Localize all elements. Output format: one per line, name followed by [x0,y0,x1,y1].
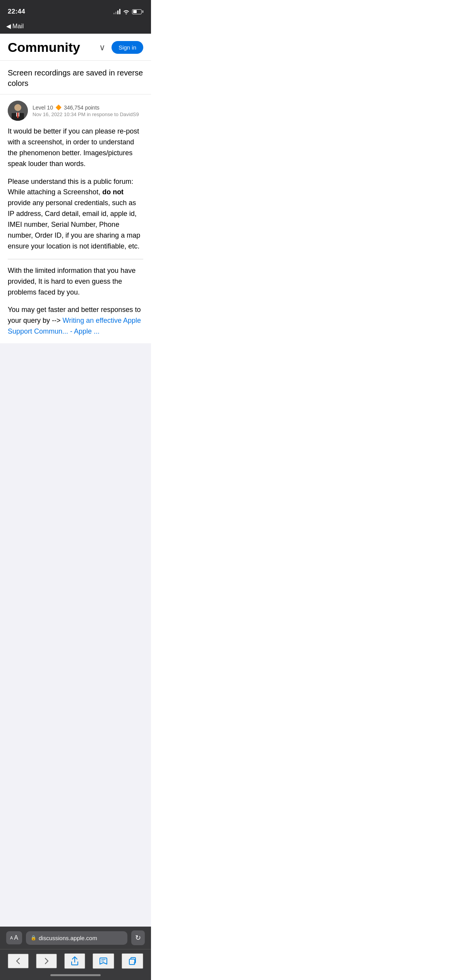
back-button[interactable] [8,954,29,968]
lock-icon: 🔒 [31,935,36,941]
paragraph-1: It would be better if you can please re-… [8,126,143,170]
thread-title: Screen recordings are saved in reverse c… [8,68,143,89]
home-bar [50,974,101,976]
status-time: 22:44 [8,8,25,15]
share-button[interactable] [64,953,85,969]
level-badge: Level 10 [33,105,53,111]
header-actions: ∨ Sign in [99,41,143,54]
level-points: Level 10 🔶 346,754 points [33,105,139,111]
chevron-down-icon[interactable]: ∨ [99,43,105,53]
battery-icon [132,9,143,14]
content-area: Screen recordings are saved in reverse c… [0,61,151,343]
post-meta: Level 10 🔶 346,754 points Nov 16, 2022 1… [33,105,139,117]
home-indicator [0,971,151,980]
url-bar[interactable]: 🔒 discussions.apple.com [26,931,127,945]
tabs-button[interactable] [122,953,143,969]
post-divider [8,259,143,259]
page-title: Community [8,40,80,55]
reload-button[interactable]: ↻ [131,930,145,945]
font-small-label: A [10,935,13,940]
back-nav: ◀ Mail [0,21,151,34]
back-arrow-icon: ◀ [6,22,11,30]
bottom-navigation [0,949,151,971]
status-bar: 22:44 [0,0,151,21]
paragraph-2: Please understand this is a public forum… [8,176,143,252]
font-size-button[interactable]: A A [6,931,22,944]
status-icons [113,9,143,14]
avatar [8,101,28,121]
paragraph-3: With the limited information that you ha… [8,266,143,298]
svg-rect-4 [17,113,19,118]
paragraph-2-after-bold: provide any personal credentials, such a… [8,199,140,250]
post-header: Level 10 🔶 346,754 points Nov 16, 2022 1… [8,101,143,121]
points-icon: 🔶 [55,105,62,110]
post-container: Level 10 🔶 346,754 points Nov 16, 2022 1… [0,94,151,343]
page-header: Community ∨ Sign in [0,34,151,61]
paragraph-2-bold: do not [102,188,124,196]
bookmarks-button[interactable] [93,953,114,969]
thread-title-section: Screen recordings are saved in reverse c… [0,61,151,94]
back-label[interactable]: Mail [12,23,24,30]
points-text: 346,754 points [64,105,100,111]
forward-button[interactable] [36,954,57,968]
sign-in-button[interactable]: Sign in [112,41,143,54]
svg-point-1 [14,104,21,111]
post-date: Nov 16, 2022 10:34 PM in response to Dav… [33,111,139,117]
svg-rect-5 [129,959,135,965]
url-text: discussions.apple.com [39,935,97,941]
wifi-icon [123,9,130,14]
browser-bar: A A 🔒 discussions.apple.com ↻ [0,927,151,949]
post-body: It would be better if you can please re-… [8,126,143,337]
font-large-label: A [14,934,18,941]
paragraph-4: You may get faster and better responses … [8,305,143,337]
signal-icon [113,9,120,14]
